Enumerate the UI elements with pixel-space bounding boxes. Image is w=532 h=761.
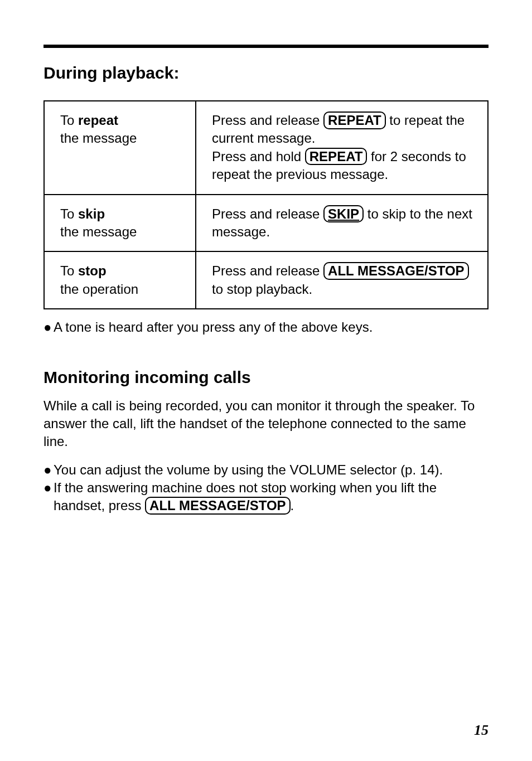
page-number: 15 bbox=[474, 722, 489, 739]
top-rule bbox=[43, 45, 489, 48]
footnote-row: ● A tone is heard after you press any of… bbox=[43, 318, 489, 336]
heading-monitoring: Monitoring incoming calls bbox=[43, 368, 489, 387]
manual-page: During playback: To repeat the message P… bbox=[0, 0, 532, 761]
monitoring-paragraph: While a call is being recorded, you can … bbox=[43, 397, 489, 451]
bullet2-text-b: . bbox=[291, 498, 294, 513]
row2-object: the message bbox=[60, 223, 183, 241]
row3-label-cell: To stop the operation bbox=[44, 251, 196, 309]
monitoring-bullets: ● You can adjust the volume by using the… bbox=[43, 461, 489, 515]
row2-action: skip bbox=[78, 206, 105, 221]
row1-label-cell: To repeat the message bbox=[44, 101, 196, 195]
row1-instruction-cell: Press and release REPEAT to repeat the c… bbox=[196, 101, 488, 195]
bullet-row-2: ● If the answering machine does not stop… bbox=[43, 479, 489, 515]
row1-text-1a: Press and release bbox=[212, 113, 323, 128]
row3-text-1b: to stop playback. bbox=[212, 282, 312, 297]
row3-instruction-cell: Press and release ALL MESSAGE/STOP to st… bbox=[196, 251, 488, 309]
row3-action: stop bbox=[78, 263, 107, 278]
row1-action: repeat bbox=[78, 113, 118, 128]
table-row: To stop the operation Press and release … bbox=[44, 251, 488, 309]
repeat-key-icon: REPEAT bbox=[305, 148, 367, 166]
heading-during-playback: During playback: bbox=[43, 64, 489, 83]
row3-to: To bbox=[60, 263, 78, 278]
bullet-icon: ● bbox=[43, 479, 54, 497]
skip-key-icon: SKIP bbox=[323, 205, 364, 223]
row1-text-2a: Press and hold bbox=[212, 149, 305, 164]
row2-label-cell: To skip the message bbox=[44, 195, 196, 252]
row2-instruction-cell: Press and release SKIP to skip to the ne… bbox=[196, 195, 488, 252]
table-row: To skip the message Press and release SK… bbox=[44, 195, 488, 252]
bullet-row-1: ● You can adjust the volume by using the… bbox=[43, 461, 489, 479]
bullet-icon: ● bbox=[43, 318, 54, 336]
row3-object: the operation bbox=[60, 280, 183, 298]
row2-to: To bbox=[60, 206, 78, 221]
repeat-key-icon: REPEAT bbox=[323, 112, 386, 129]
footnote-text: A tone is heard after you press any of t… bbox=[54, 318, 489, 336]
row3-text-1a: Press and release bbox=[212, 263, 323, 278]
playback-table: To repeat the message Press and release … bbox=[43, 100, 489, 309]
row1-to: To bbox=[60, 113, 78, 128]
all-message-stop-key-icon: ALL MESSAGE/STOP bbox=[323, 262, 469, 280]
row2-text-1a: Press and release bbox=[212, 206, 323, 221]
table-row: To repeat the message Press and release … bbox=[44, 101, 488, 195]
bullet1-text: You can adjust the volume by using the V… bbox=[54, 461, 489, 479]
all-message-stop-key-icon: ALL MESSAGE/STOP bbox=[145, 497, 291, 515]
bullet-icon: ● bbox=[43, 461, 54, 479]
bullet2-text: If the answering machine does not stop w… bbox=[54, 479, 489, 515]
row1-object: the message bbox=[60, 129, 183, 147]
table-footnote: ● A tone is heard after you press any of… bbox=[43, 318, 489, 336]
